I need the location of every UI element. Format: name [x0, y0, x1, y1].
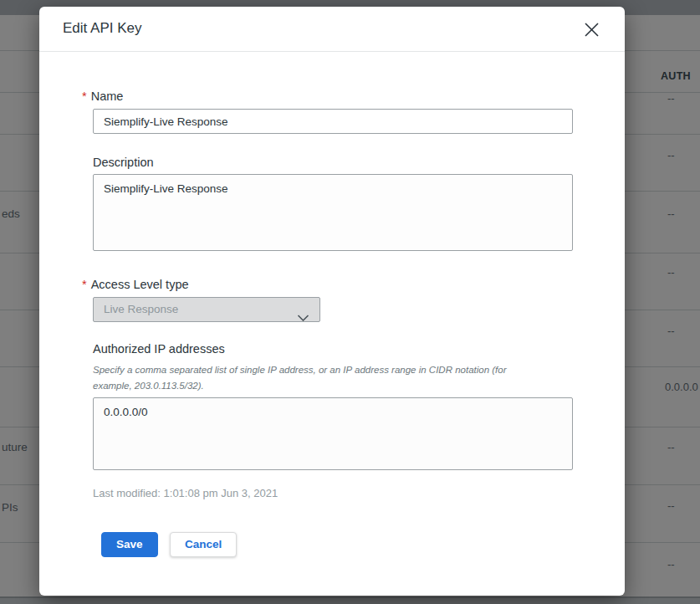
access-level-select[interactable]: Live Response: [93, 297, 320, 322]
cancel-button[interactable]: Cancel: [170, 532, 237, 557]
close-icon: [583, 21, 600, 38]
dialog-title: Edit API Key: [63, 20, 142, 37]
save-button[interactable]: Save: [101, 532, 158, 557]
chevron-down-icon: [297, 307, 309, 322]
authorized-ips-textarea[interactable]: 0.0.0.0/0: [93, 397, 573, 470]
authorized-ips-label: Authorized IP addresses: [93, 342, 225, 356]
description-label: Description: [93, 156, 154, 169]
authorized-ips-hint: Specify a comma separated list of single…: [93, 362, 566, 393]
dialog-header: Edit API Key: [39, 7, 625, 52]
name-label: *Name: [82, 90, 123, 103]
close-button[interactable]: [580, 18, 602, 40]
required-asterisk: *: [82, 278, 87, 291]
edit-api-key-dialog: Edit API Key *Name Description Siemplify…: [39, 7, 625, 596]
name-input[interactable]: [93, 109, 573, 134]
access-level-label: *Access Level type: [82, 278, 189, 291]
access-level-selected-value: Live Response: [104, 303, 178, 315]
description-textarea[interactable]: Siemplify-Live Response: [93, 174, 573, 251]
last-modified-text: Last modified: 1:01:08 pm Jun 3, 2021: [93, 487, 278, 499]
required-asterisk: *: [82, 90, 87, 103]
